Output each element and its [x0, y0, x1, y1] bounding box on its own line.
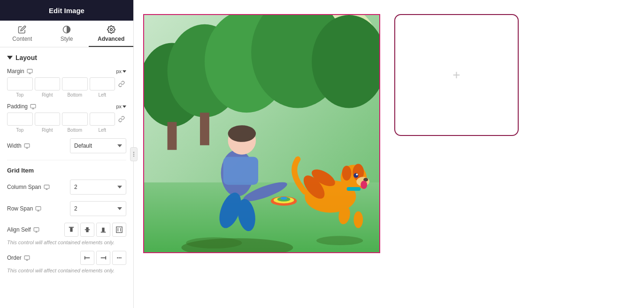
padding-sub-labels: Top Right Bottom Left [7, 128, 126, 133]
svg-rect-2 [27, 69, 32, 73]
layout-section-label: Layout [15, 54, 37, 61]
svg-point-73 [353, 173, 358, 178]
row-span-select[interactable]: 2 [70, 201, 126, 216]
svg-point-42 [133, 155, 134, 156]
padding-bottom-input[interactable] [62, 113, 88, 126]
padding-left-label: Left [90, 128, 115, 133]
order-first-button[interactable] [80, 251, 94, 265]
svg-point-70 [342, 165, 352, 180]
chevron-down-small-icon [123, 70, 126, 73]
margin-link-icon[interactable] [117, 79, 126, 89]
align-self-row: Align Self [7, 223, 126, 237]
align-stretch-button[interactable] [112, 223, 126, 237]
padding-unit-select[interactable]: px [116, 104, 126, 109]
svg-rect-23 [85, 229, 90, 230]
order-buttons [80, 251, 126, 265]
align-middle-icon [84, 226, 91, 233]
padding-inputs [7, 113, 126, 126]
monitor-icon-row [35, 206, 41, 212]
monitor-icon-padding [30, 104, 36, 110]
svg-rect-11 [44, 185, 49, 188]
svg-rect-14 [36, 206, 41, 210]
order-row: Order [7, 251, 126, 265]
margin-right-label: Right [35, 92, 61, 98]
tab-style[interactable]: Style [45, 21, 89, 47]
svg-point-58 [228, 125, 256, 142]
padding-top-input[interactable] [7, 113, 33, 126]
align-top-button[interactable] [64, 223, 78, 237]
half-circle-icon [62, 25, 71, 34]
margin-top-input[interactable] [7, 77, 33, 90]
column-span-select[interactable]: 2 [70, 180, 126, 195]
width-select[interactable]: Default [70, 138, 126, 153]
svg-point-82 [316, 236, 363, 245]
margin-label: Margin [7, 68, 33, 75]
svg-point-74 [356, 173, 358, 175]
placeholder-box[interactable]: + [394, 14, 519, 136]
main-content: + [134, 0, 644, 308]
order-section: Order [7, 251, 126, 273]
width-row: Width Default [7, 138, 126, 153]
svg-point-75 [360, 180, 367, 189]
align-bottom-icon [100, 226, 107, 233]
padding-right-input[interactable] [35, 113, 61, 126]
sidebar: Edit Image Content Style [0, 0, 134, 308]
padding-right-label: Right [35, 128, 61, 133]
tab-bar: Content Style Advanced [0, 21, 133, 47]
resize-handle-icon [132, 150, 135, 159]
column-span-row: Column Span 2 [7, 180, 126, 195]
svg-point-1 [110, 29, 112, 31]
svg-rect-30 [24, 255, 30, 259]
svg-rect-20 [69, 227, 74, 228]
svg-point-37 [117, 257, 118, 259]
padding-label: Padding [7, 103, 36, 110]
margin-right-input[interactable] [35, 77, 61, 90]
margin-row: Margin px [7, 68, 126, 75]
margin-unit-select[interactable]: px [116, 68, 126, 74]
padding-row: Padding px [7, 103, 126, 110]
svg-point-66 [281, 197, 287, 200]
pencil-icon [18, 25, 26, 34]
svg-rect-52 [200, 113, 209, 145]
column-span-label: Column Span [7, 184, 50, 190]
row-span-label: Row Span [7, 205, 41, 212]
margin-sub-labels: Top Right Bottom Left [7, 92, 126, 98]
margin-left-input[interactable] [90, 77, 115, 90]
svg-point-38 [119, 257, 120, 259]
monitor-icon [27, 68, 33, 75]
svg-point-39 [120, 257, 122, 259]
tab-content-label: Content [12, 36, 32, 42]
padding-left-input[interactable] [90, 113, 115, 126]
order-last-button[interactable] [96, 251, 110, 265]
svg-rect-8 [24, 143, 30, 147]
resize-handle[interactable] [130, 147, 138, 161]
chevron-down-icon [7, 55, 13, 60]
image-container[interactable] [143, 14, 380, 253]
padding-top-label: Top [7, 128, 33, 133]
svg-rect-26 [101, 232, 106, 233]
margin-bottom-input[interactable] [62, 77, 88, 90]
grid-item-section: Grid Item Column Span 2 [7, 160, 126, 273]
align-stretch-icon [116, 226, 123, 233]
align-self-hint: This control will affect contained eleme… [7, 240, 126, 245]
order-hint: This control will affect contained eleme… [7, 268, 126, 273]
margin-inputs [7, 77, 126, 90]
margin-left-label: Left [90, 92, 115, 98]
align-self-section: Align Self [7, 223, 126, 245]
layout-collapse-arrow[interactable] [7, 55, 13, 60]
svg-rect-5 [31, 104, 36, 108]
align-bottom-button[interactable] [96, 223, 110, 237]
svg-rect-21 [70, 228, 72, 232]
tab-advanced[interactable]: Advanced [89, 21, 133, 47]
order-custom-button[interactable] [112, 251, 126, 265]
align-self-label: Align Self [7, 226, 39, 233]
placeholder-plus-icon: + [452, 68, 460, 83]
margin-bottom-label: Bottom [62, 92, 88, 98]
margin-top-label: Top [7, 92, 33, 98]
padding-link-icon[interactable] [117, 114, 126, 124]
monitor-icon-width [24, 143, 30, 149]
order-custom-icon [116, 255, 123, 261]
tab-style-label: Style [61, 36, 73, 42]
tab-content[interactable]: Content [0, 21, 45, 47]
align-middle-button[interactable] [80, 223, 94, 237]
